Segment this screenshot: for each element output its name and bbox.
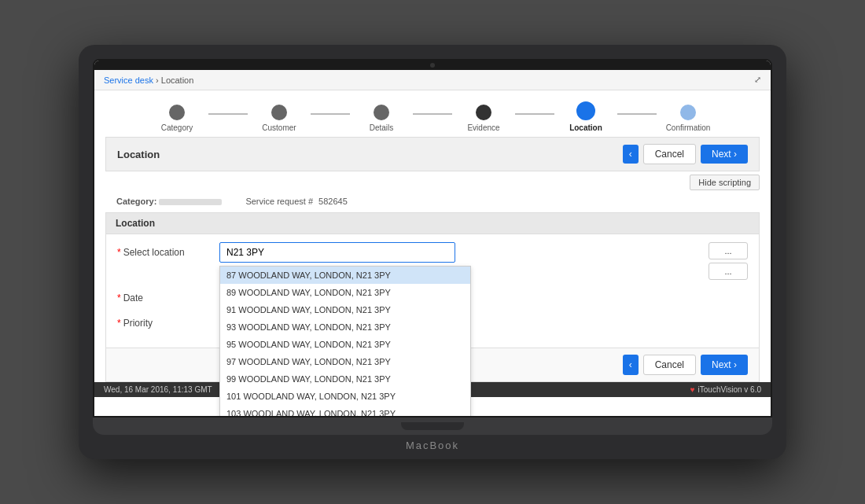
location-dropdown: 87 WOODLAND WAY, LONDON, N21 3PY89 WOODL… — [219, 266, 471, 416]
location-controls: 87 WOODLAND WAY, LONDON, N21 3PY89 WOODL… — [219, 242, 693, 263]
hide-scripting-button[interactable]: Hide scripting — [690, 175, 760, 190]
step-label-category: Category — [161, 123, 193, 132]
dropdown-item[interactable]: 95 WOODLAND WAY, LONDON, N21 3PY — [220, 336, 470, 353]
step-evidence: Evidence — [452, 105, 515, 132]
status-brand: ♥ iTouchVision v 6.0 — [690, 385, 761, 394]
dropdown-item[interactable]: 101 WOODLAND WAY, LONDON, N21 3PY — [220, 388, 470, 405]
laptop-base — [93, 418, 772, 435]
location-btn-2[interactable]: ... — [709, 263, 748, 280]
hide-scripting-row: Hide scripting — [105, 175, 760, 190]
dropdown-item[interactable]: 99 WOODLAND WAY, LONDON, N21 3PY — [220, 370, 470, 388]
location-btn-1[interactable]: ... — [709, 242, 748, 259]
brand-name: iTouchVision v 6.0 — [698, 385, 761, 394]
bottom-next-button[interactable]: Next › — [701, 355, 748, 375]
breadcrumb: Service desk › Location — [104, 75, 193, 85]
date-label: *Date — [117, 288, 212, 304]
status-datetime: Wed, 16 Mar 2016, 11:13 GMT — [104, 385, 212, 394]
dropdown-item[interactable]: 97 WOODLAND WAY, LONDON, N21 3PY — [220, 353, 470, 370]
meta-service-request-label: Service request # — [245, 197, 313, 206]
meta-category-label: Category: — [116, 197, 156, 206]
step-confirmation: Confirmation — [657, 105, 720, 132]
meta-service-request: Service request # 582645 — [245, 197, 347, 206]
step-circle-confirmation — [680, 105, 696, 120]
heart-icon: ♥ — [690, 385, 695, 394]
header-back-button[interactable]: ‹ — [623, 145, 639, 164]
step-label-confirmation: Confirmation — [666, 123, 711, 132]
connector-1 — [208, 113, 248, 115]
laptop-notch — [401, 422, 464, 430]
step-label-evidence: Evidence — [467, 123, 499, 132]
required-star-priority: * — [117, 318, 121, 329]
form-panel: Location *Select location 87 WOODLAND WA… — [105, 212, 760, 348]
breadcrumb-part1[interactable]: Service desk — [104, 75, 153, 85]
breadcrumb-separator: › — [153, 75, 161, 85]
form-panel-header: Location — [106, 213, 759, 234]
step-details: Details — [350, 105, 413, 132]
step-label-location: Location — [569, 123, 602, 132]
dropdown-item[interactable]: 87 WOODLAND WAY, LONDON, N21 3PY — [220, 267, 470, 284]
connector-2 — [311, 113, 350, 115]
header-cancel-button[interactable]: Cancel — [643, 144, 696, 164]
step-circle-location — [576, 101, 595, 120]
section-header: Location ‹ Cancel Next › — [105, 137, 760, 171]
step-label-customer: Customer — [262, 123, 296, 132]
connector-5 — [617, 113, 657, 115]
location-action-buttons: ... ... — [709, 242, 748, 280]
dropdown-item[interactable]: 93 WOODLAND WAY, LONDON, N21 3PY — [220, 318, 470, 336]
meta-category: Category: — [116, 197, 222, 206]
meta-category-value — [159, 199, 222, 205]
location-search-input[interactable] — [219, 242, 455, 263]
header-btn-group: ‹ Cancel Next › — [623, 144, 748, 164]
laptop-frame: Service desk › Location ⤢ Category Custo… — [79, 45, 786, 459]
required-star-date: * — [117, 292, 121, 304]
app-topbar: Service desk › Location ⤢ — [94, 70, 771, 90]
step-circle-category — [169, 105, 185, 120]
connector-3 — [413, 113, 452, 115]
step-circle-details — [374, 105, 389, 120]
meta-service-request-value: 582645 — [318, 197, 348, 206]
expand-icon[interactable]: ⤢ — [754, 75, 761, 85]
priority-label: *Priority — [117, 313, 212, 329]
dropdown-item[interactable]: 91 WOODLAND WAY, LONDON, N21 3PY — [220, 301, 470, 318]
dropdown-item[interactable]: 103 WOODLAND WAY, LONDON, N21 3PY — [220, 405, 470, 416]
bottom-cancel-button[interactable]: Cancel — [643, 355, 696, 375]
step-circle-customer — [271, 105, 287, 120]
step-label-details: Details — [370, 123, 394, 132]
form-body: *Select location 87 WOODLAND WAY, LONDON… — [106, 234, 759, 348]
bottom-back-button[interactable]: ‹ — [623, 355, 639, 375]
header-next-button[interactable]: Next › — [701, 145, 748, 164]
connector-4 — [515, 113, 554, 115]
form-row-location: *Select location 87 WOODLAND WAY, LONDON… — [117, 242, 748, 280]
progress-stepper: Category Customer Details Evi — [94, 90, 771, 137]
laptop-brand-label: MacBook — [93, 435, 772, 459]
step-location: Location — [554, 101, 617, 132]
meta-row: Category: Service request # 582645 — [94, 190, 771, 212]
required-star-location: * — [117, 247, 121, 258]
dropdown-item[interactable]: 89 WOODLAND WAY, LONDON, N21 3PY — [220, 284, 470, 301]
step-customer: Customer — [248, 105, 311, 132]
laptop-screen: Service desk › Location ⤢ Category Custo… — [93, 59, 772, 418]
select-location-label: *Select location — [117, 242, 212, 258]
section-title: Location — [117, 149, 160, 160]
step-category: Category — [145, 105, 208, 132]
step-circle-evidence — [476, 105, 491, 120]
breadcrumb-part2: Location — [161, 75, 194, 85]
